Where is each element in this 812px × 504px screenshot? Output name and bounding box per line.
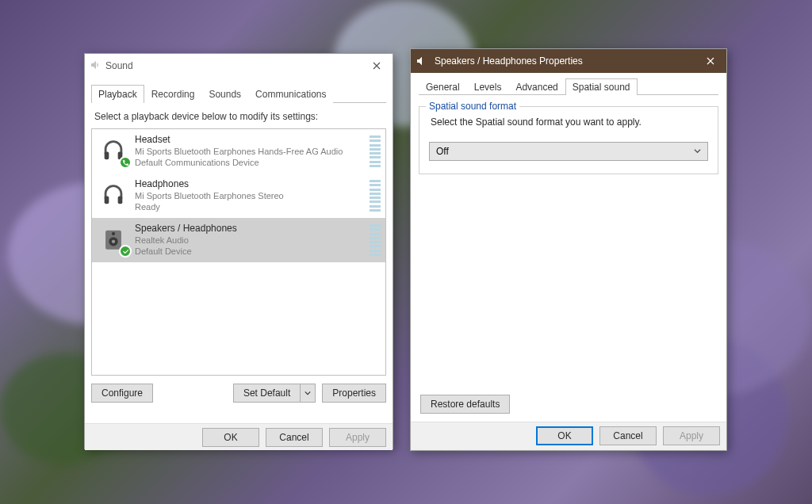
- tab-playback[interactable]: Playback: [91, 85, 144, 103]
- level-meter: [370, 178, 381, 213]
- properties-title: Speakers / Headphones Properties: [431, 55, 699, 67]
- tab-general[interactable]: General: [419, 78, 467, 95]
- device-item-headset[interactable]: Headset Mi Sports Bluetooth Earphones Ha…: [92, 129, 385, 174]
- tab-advanced[interactable]: Advanced: [508, 78, 565, 95]
- group-text: Select the Spatial sound format you want…: [429, 116, 708, 128]
- svg-point-7: [112, 232, 115, 235]
- set-default-split[interactable]: Set Default: [233, 384, 316, 403]
- device-sub2: Ready: [135, 201, 370, 212]
- tab-spatial-sound[interactable]: Spatial sound: [565, 78, 638, 95]
- device-item-headphones[interactable]: Headphones Mi Sports Bluetooth Earphones…: [92, 174, 385, 218]
- properties-tabs: General Levels Advanced Spatial sound: [419, 78, 718, 95]
- cancel-button[interactable]: Cancel: [599, 426, 657, 445]
- device-list[interactable]: Headset Mi Sports Bluetooth Earphones Ha…: [91, 128, 386, 376]
- sound-tabs: Playback Recording Sounds Communications: [91, 84, 386, 103]
- ok-button[interactable]: OK: [202, 428, 259, 447]
- tab-communications[interactable]: Communications: [248, 85, 333, 103]
- tab-recording[interactable]: Recording: [144, 85, 202, 103]
- apply-button[interactable]: Apply: [329, 428, 386, 447]
- properties-window: Speakers / Headphones Properties General…: [410, 48, 727, 451]
- chevron-down-icon: [694, 146, 701, 157]
- sound-title: Sound: [102, 60, 366, 71]
- svg-rect-3: [118, 196, 123, 204]
- device-sub1: Mi Sports Bluetooth Earphones Hands-Free…: [135, 146, 370, 157]
- cancel-button[interactable]: Cancel: [266, 428, 323, 447]
- apply-button[interactable]: Apply: [663, 426, 720, 445]
- device-name: Headset: [135, 134, 370, 145]
- svg-point-6: [112, 240, 115, 243]
- sound-icon: [90, 59, 102, 74]
- properties-footer: OK Cancel Apply: [411, 422, 726, 449]
- set-default-button[interactable]: Set Default: [233, 384, 300, 403]
- level-meter: [370, 223, 381, 258]
- svg-rect-0: [105, 151, 109, 159]
- sound-window: Sound Playback Recording Sounds Communic…: [84, 53, 393, 449]
- properties-button[interactable]: Properties: [322, 384, 386, 403]
- check-badge-icon: [119, 245, 132, 258]
- restore-defaults-button[interactable]: Restore defaults: [420, 395, 510, 414]
- configure-button[interactable]: Configure: [91, 384, 153, 403]
- svg-rect-2: [105, 196, 109, 204]
- chevron-down-icon[interactable]: [300, 384, 316, 403]
- sound-titlebar[interactable]: Sound: [85, 54, 393, 78]
- device-item-speakers[interactable]: Speakers / Headphones Realtek Audio Defa…: [92, 218, 385, 262]
- ok-button[interactable]: OK: [536, 426, 593, 445]
- headset-icon: [97, 134, 130, 167]
- device-name: Headphones: [135, 178, 370, 189]
- speaker-icon: [97, 223, 130, 256]
- sound-footer: OK Cancel Apply: [85, 423, 393, 450]
- close-icon[interactable]: [366, 57, 388, 74]
- spatial-sound-group: Spatial sound format Select the Spatial …: [419, 106, 718, 174]
- phone-badge-icon: [119, 156, 132, 169]
- tab-sounds[interactable]: Sounds: [201, 85, 248, 103]
- dropdown-value: Off: [436, 146, 449, 157]
- close-icon[interactable]: [699, 52, 722, 70]
- device-sub2: Default Device: [135, 246, 370, 257]
- speaker-small-icon: [416, 55, 428, 67]
- spatial-format-dropdown[interactable]: Off: [429, 142, 708, 161]
- device-sub2: Default Communications Device: [135, 157, 370, 168]
- tab-levels[interactable]: Levels: [467, 78, 509, 95]
- headphones-icon: [97, 178, 130, 212]
- group-label: Spatial sound format: [426, 101, 519, 112]
- level-meter: [370, 134, 381, 169]
- device-sub1: Realtek Audio: [135, 235, 370, 246]
- device-sub1: Mi Sports Bluetooth Earphones Stereo: [135, 190, 370, 201]
- properties-titlebar[interactable]: Speakers / Headphones Properties: [411, 49, 726, 73]
- playback-instruction: Select a playback device below to modify…: [91, 103, 386, 128]
- device-name: Speakers / Headphones: [135, 223, 370, 234]
